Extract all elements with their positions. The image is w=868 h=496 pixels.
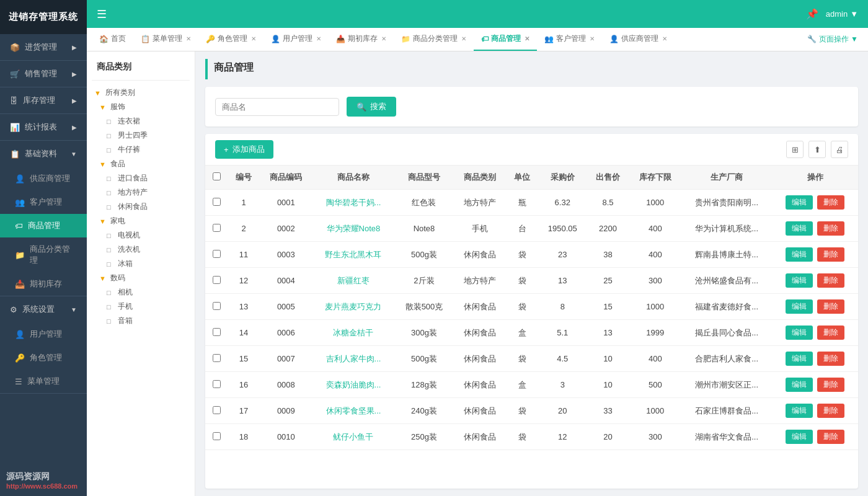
tab-home[interactable]: 🏠 首页 <box>92 28 133 51</box>
edit-button[interactable]: 编辑 <box>786 221 813 236</box>
sidebar-item-supplier[interactable]: 👤 供应商管理 <box>0 167 87 190</box>
sidebar-item-menus[interactable]: ☰ 菜单管理 <box>0 370 87 393</box>
sidebar-item-inventory[interactable]: 🗄 库存管理 ▶ <box>0 87 87 113</box>
edit-button[interactable]: 编辑 <box>786 273 813 288</box>
tree-node-appliance[interactable]: ▼ 家电 <box>92 214 190 228</box>
row-stock-min: 1000 <box>629 190 681 216</box>
sidebar-item-sales[interactable]: 🛒 销售管理 ▶ <box>0 61 87 87</box>
sidebar-item-system[interactable]: ⚙ 系统设置 ▼ <box>0 296 87 322</box>
tab-close-stock[interactable]: ✕ <box>381 35 386 42</box>
col-actions: 操作 <box>772 166 858 190</box>
delete-button[interactable]: 删除 <box>817 247 844 262</box>
edit-button[interactable]: 编辑 <box>786 352 813 366</box>
add-goods-button[interactable]: + 添加商品 <box>215 140 273 159</box>
sidebar-item-customer[interactable]: 👥 客户管理 <box>0 190 87 214</box>
row-category: 休闲食品 <box>454 398 506 424</box>
row-purchase-price: 3 <box>538 372 587 398</box>
delete-button[interactable]: 删除 <box>817 273 844 288</box>
row-select[interactable] <box>213 198 221 206</box>
pin-icon[interactable]: 📌 <box>806 8 818 20</box>
delete-button[interactable]: 删除 <box>817 352 844 366</box>
print-icon[interactable]: 🖨 <box>831 141 848 158</box>
row-sale-price: 8.5 <box>587 190 629 216</box>
table-row: 13 0005 麦片燕麦巧克力 散装500克 休闲食品 袋 8 15 1000 … <box>205 294 858 320</box>
delete-button[interactable]: 删除 <box>817 430 844 444</box>
tab-supplier-management[interactable]: 👤 供应商管理 ✕ <box>602 28 675 51</box>
page-actions-button[interactable]: 🔧 页面操作 ▼ <box>802 28 863 51</box>
row-select[interactable] <box>213 276 221 284</box>
tree-node-jeans[interactable]: □ 牛仔裤 <box>92 143 190 157</box>
tab-close-goods[interactable]: ✕ <box>525 35 529 42</box>
inventory-icon: 🗄 <box>10 96 18 105</box>
tab-close-menu[interactable]: ✕ <box>186 35 191 42</box>
delete-button[interactable]: 删除 <box>817 404 844 418</box>
delete-button[interactable]: 删除 <box>817 221 844 236</box>
sidebar-item-purchase[interactable]: 📦 进货管理 ▶ <box>0 34 87 60</box>
edit-button[interactable]: 编辑 <box>786 430 813 444</box>
row-select[interactable] <box>213 380 221 388</box>
tree-node-snacks[interactable]: □ 休闲食品 <box>92 200 190 214</box>
sidebar-item-goods[interactable]: 🏷 商品管理 <box>0 214 87 237</box>
column-settings-icon[interactable]: ⊞ <box>786 141 804 158</box>
tab-close-sup[interactable]: ✕ <box>662 35 667 42</box>
tab-role-management[interactable]: 🔑 角色管理 ✕ <box>198 28 264 51</box>
initial-stock-icon: 📥 <box>15 280 25 289</box>
menu-toggle-icon[interactable]: ☰ <box>97 7 107 21</box>
sidebar-item-users[interactable]: 👤 用户管理 <box>0 322 87 346</box>
edit-button[interactable]: 编辑 <box>786 195 813 210</box>
tab-close-role[interactable]: ✕ <box>251 35 256 42</box>
tab-user-management[interactable]: 👤 用户管理 ✕ <box>264 28 329 51</box>
user-menu[interactable]: admin ▼ <box>826 9 858 19</box>
row-select[interactable] <box>213 250 221 258</box>
row-select[interactable] <box>213 432 221 440</box>
tree-node-digital[interactable]: ▼ 数码 <box>92 271 190 285</box>
tree-node-washer[interactable]: □ 洗衣机 <box>92 242 190 257</box>
tab-goods-management[interactable]: 🏷 商品管理 ✕ <box>474 28 537 51</box>
row-select[interactable] <box>213 224 221 232</box>
edit-button[interactable]: 编辑 <box>786 378 813 392</box>
delete-button[interactable]: 删除 <box>817 195 844 210</box>
tab-initial-stock[interactable]: 📥 期初库存 ✕ <box>329 28 394 51</box>
edit-button[interactable]: 编辑 <box>786 404 813 418</box>
row-name: 麦片燕麦巧克力 <box>312 294 395 320</box>
search-input[interactable] <box>215 98 339 116</box>
tree-node-fridge[interactable]: □ 冰箱 <box>92 257 190 271</box>
sidebar-item-initial-stock[interactable]: 📥 期初库存 <box>0 272 87 296</box>
edit-button[interactable]: 编辑 <box>786 326 813 340</box>
tab-close-cust[interactable]: ✕ <box>590 35 595 42</box>
tree-node-food[interactable]: ▼ 食品 <box>92 157 190 171</box>
sidebar-item-basic[interactable]: 📋 基础资料 ▼ <box>0 141 87 167</box>
row-select[interactable] <box>213 302 221 310</box>
delete-button[interactable]: 删除 <box>817 326 844 340</box>
row-code: 0001 <box>260 190 312 216</box>
tab-close-cat[interactable]: ✕ <box>461 35 466 42</box>
sidebar-item-category[interactable]: 📁 商品分类管理 <box>0 237 87 272</box>
tree-node-speaker[interactable]: □ 音箱 <box>92 314 190 328</box>
tree-node-clothing[interactable]: ▼ 服饰 <box>92 100 190 114</box>
tree-node-phone[interactable]: □ 手机 <box>92 299 190 314</box>
tree-node-dress[interactable]: □ 连衣裙 <box>92 114 190 128</box>
tab-close-user[interactable]: ✕ <box>316 35 321 42</box>
sidebar-item-roles[interactable]: 🔑 角色管理 <box>0 346 87 370</box>
edit-button[interactable]: 编辑 <box>786 247 813 262</box>
tree-node-camera[interactable]: □ 相机 <box>92 285 190 299</box>
row-select[interactable] <box>213 406 221 414</box>
tab-customer-management[interactable]: 👥 客户管理 ✕ <box>537 28 602 51</box>
row-select[interactable] <box>213 354 221 362</box>
sidebar-item-reports[interactable]: 📊 统计报表 ▶ <box>0 114 87 140</box>
delete-button[interactable]: 删除 <box>817 299 844 314</box>
row-select[interactable] <box>213 328 221 336</box>
tree-node-tv[interactable]: □ 电视机 <box>92 228 190 242</box>
tree-node-local-specialty[interactable]: □ 地方特产 <box>92 185 190 200</box>
select-all-checkbox[interactable] <box>213 172 221 180</box>
tree-node-mens[interactable]: □ 男士四季 <box>92 128 190 143</box>
search-button[interactable]: 🔍 搜索 <box>347 97 396 117</box>
edit-button[interactable]: 编辑 <box>786 299 813 314</box>
delete-button[interactable]: 删除 <box>817 378 844 392</box>
row-actions: 编辑 删除 <box>772 268 858 294</box>
tab-category-management[interactable]: 📁 商品分类管理 ✕ <box>394 28 474 51</box>
tree-node-imported-food[interactable]: □ 进口食品 <box>92 171 190 185</box>
tab-menu-management[interactable]: 📋 菜单管理 ✕ <box>133 28 198 51</box>
tree-node-all[interactable]: ▼ 所有类别 <box>92 86 190 100</box>
export-icon[interactable]: ⬆ <box>808 141 826 158</box>
